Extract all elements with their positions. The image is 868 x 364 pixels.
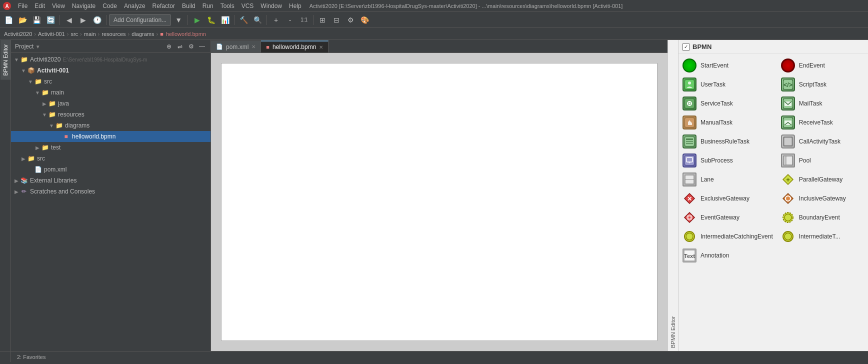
bpmn-item-intermediate-t[interactable]: IntermediateT... [777,227,868,246]
zoom-in-btn[interactable]: + [270,14,282,26]
open-btn[interactable]: 📂 [16,14,29,26]
menu-window[interactable]: Window [258,2,285,10]
menu-refactor[interactable]: Refactor [150,2,178,10]
bpmn-item-manual-task[interactable]: ManualTask [678,113,777,132]
user-task-icon [682,78,696,92]
sync-btn[interactable]: 🔄 [44,14,57,26]
breadcrumb-main[interactable]: main [84,31,96,37]
menu-view[interactable]: View [49,2,68,10]
menu-tools[interactable]: Tools [218,2,238,10]
grid-btn[interactable]: ⊞ [316,14,329,26]
forward-btn[interactable]: ▶ [76,14,90,26]
tree-item-java[interactable]: ▶ 📁 java [11,98,210,109]
tab-close-helloworld[interactable]: ✕ [319,44,323,50]
tree-item-extlibs[interactable]: ▶ 📚 External Libraries [11,175,210,186]
run-btn[interactable]: ▶ [190,14,204,26]
tree-item-src2[interactable]: ▶ 📁 src [11,153,210,164]
tree-arrow-extlibs[interactable]: ▶ [13,177,20,184]
bpmn-item-business-rule-task[interactable]: BusinessRuleTask [678,132,777,151]
tree-arrow-activiti2020[interactable]: ▼ [13,56,20,63]
config-arrow-btn[interactable]: ▼ [172,14,185,26]
favorites-tab[interactable]: 2: Favorites [15,354,48,360]
tree-arrow-src[interactable]: ▼ [27,78,34,85]
bpmn-checkbox[interactable]: ✓ [682,44,690,50]
menu-navigate[interactable]: Navigate [69,2,98,10]
bpmn-item-inclusive-gateway[interactable]: InclusiveGateway [777,189,868,208]
settings-btn[interactable]: ⚙ [344,14,357,26]
tree-arrow-diagrams[interactable]: ▼ [48,122,55,129]
bpmn-item-subprocess[interactable]: + SubProcess [678,151,777,170]
bpmn-item-boundary-event[interactable]: BoundaryEvent [777,208,868,227]
tab-pomxml[interactable]: 📄 pom.xml ✕ [211,40,261,52]
tree-item-helloworld[interactable]: ▶ ■ helloworld.bpmn [11,131,210,142]
tree-item-activiti2020[interactable]: ▼ 📁 Activiti2020 E:\Server\zbl1996-Hospi… [11,54,210,65]
panel-gear-icon[interactable]: ⚙ [186,42,196,51]
bpmn-item-exclusive-gateway[interactable]: ✕ ExclusiveGateway [678,189,777,208]
tree-arrow-resources[interactable]: ▼ [41,111,48,118]
bpmn-item-event-gateway[interactable]: EventGateway [678,208,777,227]
bpmn-item-call-activity-task[interactable]: CallActivityTask [777,132,868,151]
bpmn-item-intermediate-catching-event[interactable]: IntermediateCatchingEvent [678,227,777,246]
search-btn[interactable]: 🔍 [251,14,264,26]
panel-close-icon[interactable]: — [198,42,206,51]
breadcrumb-resources[interactable]: resources [102,31,126,37]
add-config-button[interactable]: Add Configuration... [109,14,171,26]
build-btn[interactable]: 🔨 [237,14,250,26]
tree-arrow-src2[interactable]: ▶ [20,155,27,162]
tree-item-test[interactable]: ▶ 📁 test [11,142,210,153]
menu-build[interactable]: Build [179,2,198,10]
recent-btn[interactable]: 🕐 [90,14,104,26]
tree-item-pomxml[interactable]: ▶ 📄 pom.xml [11,164,210,175]
tree-arrow-java[interactable]: ▶ [41,100,48,107]
run-coverage-btn[interactable]: 📊 [218,14,232,26]
tree-item-activiti001[interactable]: ▼ 📦 Activiti-001 [11,65,210,76]
tree-item-resources[interactable]: ▼ 📁 resources [11,109,210,120]
tab-close-pomxml[interactable]: ✕ [252,44,256,50]
bpmn-canvas[interactable] [221,63,658,341]
bpmn-item-receive-task[interactable]: ReceiveTask [777,113,868,132]
palette-btn[interactable]: 🎨 [358,14,371,26]
layout-btn[interactable]: ⊟ [330,14,343,26]
bpmn-item-start-event[interactable]: StartEvent [678,56,777,75]
menu-analyze[interactable]: Analyze [121,2,148,10]
menu-help[interactable]: Help [286,2,304,10]
bpmn-editor-side-tab[interactable]: BPMN Editor [0,40,10,80]
bpmn-item-annotation[interactable]: Text Annotation [678,246,777,265]
tree-item-src[interactable]: ▼ 📁 src [11,76,210,87]
bpmn-item-script-task[interactable]: </> ScriptTask [777,75,868,94]
bpmn-item-pool[interactable]: Pool [777,151,868,170]
tree-arrow-test[interactable]: ▶ [34,144,41,151]
bpmn-item-service-task[interactable]: ServiceTask [678,94,777,113]
tree-arrow-scratches[interactable]: ▶ [13,188,20,195]
bpmn-canvas-area[interactable] [211,53,668,351]
menu-edit[interactable]: Edit [32,2,48,10]
zoom-out-btn[interactable]: - [284,14,296,26]
tab-helloworld[interactable]: ■ helloworld.bpmn ✕ [261,40,328,52]
back-btn[interactable]: ◀ [62,14,76,26]
breadcrumb-diagrams[interactable]: diagrams [132,31,154,37]
new-file-btn[interactable]: 📄 [2,14,15,26]
save-btn[interactable]: 💾 [30,14,43,26]
actual-size-btn[interactable]: 1:1 [298,14,310,26]
tree-arrow-activiti001[interactable]: ▼ [20,67,27,74]
panel-settings-icon[interactable]: ⊕ [164,42,174,51]
breadcrumb-helloworld[interactable]: ■ helloworld.bpmn [160,31,206,37]
menu-file[interactable]: File [15,2,30,10]
menu-vcs[interactable]: VCS [238,2,257,10]
tree-item-diagrams[interactable]: ▼ 📁 diagrams [11,120,210,131]
bpmn-item-user-task[interactable]: UserTask [678,75,777,94]
panel-equalize-icon[interactable]: ⇌ [176,42,184,51]
debug-btn[interactable]: 🐛 [204,14,218,26]
tree-item-scratches[interactable]: ▶ ✏ Scratches and Consoles [11,186,210,197]
menu-code[interactable]: Code [100,2,120,10]
tree-arrow-main[interactable]: ▼ [34,89,41,96]
bpmn-item-end-event[interactable]: EndEvent [777,56,868,75]
breadcrumb-activiti2020[interactable]: Activiti2020 [4,31,32,37]
bpmn-item-parallel-gateway[interactable]: + ParallelGateway [777,170,868,189]
breadcrumb-activiti001[interactable]: Activiti-001 [38,31,65,37]
bpmn-item-lane[interactable]: Lane [678,170,777,189]
breadcrumb-src[interactable]: src [70,31,78,37]
tree-item-main[interactable]: ▼ 📁 main [11,87,210,98]
bpmn-item-mail-task[interactable]: MailTask [777,94,868,113]
menu-run[interactable]: Run [200,2,216,10]
